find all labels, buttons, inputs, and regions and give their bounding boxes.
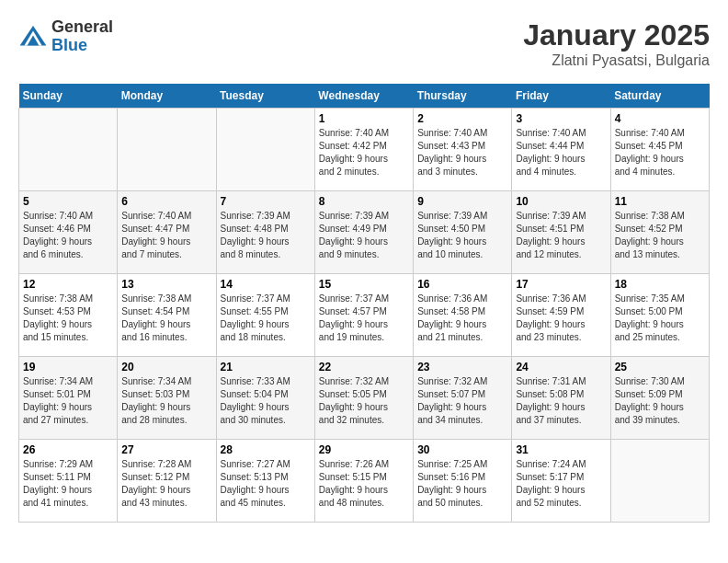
day-cell: 27Sunrise: 7:28 AM Sunset: 5:12 PM Dayli… (118, 440, 216, 523)
day-cell: 21Sunrise: 7:33 AM Sunset: 5:04 PM Dayli… (216, 357, 314, 440)
day-info: Sunrise: 7:36 AM Sunset: 4:58 PM Dayligh… (417, 293, 507, 344)
day-info: Sunrise: 7:39 AM Sunset: 4:51 PM Dayligh… (516, 210, 606, 261)
title-block: January 2025 Zlatni Pyasatsi, Bulgaria (523, 18, 710, 69)
day-cell: 9Sunrise: 7:39 AM Sunset: 4:50 PM Daylig… (414, 191, 512, 274)
day-cell: 23Sunrise: 7:32 AM Sunset: 5:07 PM Dayli… (414, 357, 512, 440)
logo-icon (18, 22, 48, 52)
day-number: 31 (516, 443, 606, 456)
day-number: 23 (417, 361, 507, 373)
day-number: 5 (23, 195, 113, 208)
day-cell: 1Sunrise: 7:40 AM Sunset: 4:42 PM Daylig… (314, 109, 413, 191)
day-number: 10 (516, 195, 606, 208)
day-cell: 15Sunrise: 7:37 AM Sunset: 4:57 PM Dayli… (314, 274, 413, 357)
day-number: 16 (417, 278, 507, 291)
day-number: 7 (221, 195, 311, 208)
logo-blue: Blue (51, 36, 87, 54)
day-info: Sunrise: 7:38 AM Sunset: 4:53 PM Dayligh… (23, 293, 113, 344)
day-number: 20 (121, 361, 211, 373)
day-info: Sunrise: 7:37 AM Sunset: 4:55 PM Dayligh… (221, 293, 311, 344)
day-info: Sunrise: 7:39 AM Sunset: 4:50 PM Dayligh… (417, 210, 507, 261)
day-cell: 8Sunrise: 7:39 AM Sunset: 4:49 PM Daylig… (314, 191, 413, 274)
day-info: Sunrise: 7:30 AM Sunset: 5:09 PM Dayligh… (615, 375, 705, 427)
day-info: Sunrise: 7:25 AM Sunset: 5:16 PM Dayligh… (417, 458, 507, 510)
day-number: 30 (417, 443, 507, 456)
day-cell: 26Sunrise: 7:29 AM Sunset: 5:11 PM Dayli… (19, 440, 118, 523)
day-cell: 2Sunrise: 7:40 AM Sunset: 4:43 PM Daylig… (414, 109, 512, 191)
day-number: 8 (319, 195, 409, 208)
day-info: Sunrise: 7:39 AM Sunset: 4:48 PM Dayligh… (221, 210, 311, 261)
day-number: 13 (121, 278, 211, 291)
day-cell: 7Sunrise: 7:39 AM Sunset: 4:48 PM Daylig… (216, 191, 314, 274)
weekday-header-saturday: Saturday (610, 84, 709, 109)
day-cell: 6Sunrise: 7:40 AM Sunset: 4:47 PM Daylig… (118, 191, 216, 274)
day-number: 15 (319, 278, 409, 291)
day-number: 11 (615, 195, 705, 208)
day-cell: 19Sunrise: 7:34 AM Sunset: 5:01 PM Dayli… (19, 357, 118, 440)
day-number: 1 (319, 112, 409, 125)
day-number: 25 (615, 361, 705, 373)
day-info: Sunrise: 7:36 AM Sunset: 4:59 PM Dayligh… (516, 293, 606, 344)
day-info: Sunrise: 7:32 AM Sunset: 5:05 PM Dayligh… (319, 375, 409, 427)
day-number: 18 (615, 278, 705, 291)
day-cell: 12Sunrise: 7:38 AM Sunset: 4:53 PM Dayli… (19, 274, 118, 357)
day-cell: 14Sunrise: 7:37 AM Sunset: 4:55 PM Dayli… (216, 274, 314, 357)
day-number: 29 (319, 443, 409, 456)
weekday-header-row: SundayMondayTuesdayWednesdayThursdayFrid… (19, 84, 710, 109)
logo-text: General Blue (51, 18, 113, 55)
day-number: 27 (121, 443, 211, 456)
day-cell: 3Sunrise: 7:40 AM Sunset: 4:44 PM Daylig… (512, 109, 610, 191)
day-number: 3 (516, 112, 606, 125)
day-cell: 10Sunrise: 7:39 AM Sunset: 4:51 PM Dayli… (512, 191, 610, 274)
day-info: Sunrise: 7:34 AM Sunset: 5:01 PM Dayligh… (23, 375, 113, 427)
week-row-5: 26Sunrise: 7:29 AM Sunset: 5:11 PM Dayli… (19, 440, 710, 523)
logo: General Blue (18, 18, 113, 55)
day-cell: 29Sunrise: 7:26 AM Sunset: 5:15 PM Dayli… (314, 440, 413, 523)
day-cell: 30Sunrise: 7:25 AM Sunset: 5:16 PM Dayli… (414, 440, 512, 523)
day-cell: 17Sunrise: 7:36 AM Sunset: 4:59 PM Dayli… (512, 274, 610, 357)
day-cell: 5Sunrise: 7:40 AM Sunset: 4:46 PM Daylig… (19, 191, 118, 274)
day-cell: 28Sunrise: 7:27 AM Sunset: 5:13 PM Dayli… (216, 440, 314, 523)
weekday-header-wednesday: Wednesday (314, 84, 413, 109)
day-info: Sunrise: 7:40 AM Sunset: 4:44 PM Dayligh… (516, 127, 606, 178)
week-row-4: 19Sunrise: 7:34 AM Sunset: 5:01 PM Dayli… (19, 357, 710, 440)
day-number: 6 (121, 195, 211, 208)
week-row-1: 1Sunrise: 7:40 AM Sunset: 4:42 PM Daylig… (19, 109, 710, 191)
month-title: January 2025 (523, 18, 710, 52)
weekday-header-thursday: Thursday (414, 84, 512, 109)
day-cell: 4Sunrise: 7:40 AM Sunset: 4:45 PM Daylig… (610, 109, 709, 191)
day-info: Sunrise: 7:33 AM Sunset: 5:04 PM Dayligh… (221, 375, 311, 427)
day-number: 28 (221, 443, 311, 456)
day-info: Sunrise: 7:29 AM Sunset: 5:11 PM Dayligh… (23, 458, 113, 510)
day-cell: 16Sunrise: 7:36 AM Sunset: 4:58 PM Dayli… (414, 274, 512, 357)
day-info: Sunrise: 7:40 AM Sunset: 4:43 PM Dayligh… (417, 127, 507, 178)
day-info: Sunrise: 7:39 AM Sunset: 4:49 PM Dayligh… (319, 210, 409, 261)
day-number: 9 (417, 195, 507, 208)
day-info: Sunrise: 7:32 AM Sunset: 5:07 PM Dayligh… (417, 375, 507, 427)
day-cell: 20Sunrise: 7:34 AM Sunset: 5:03 PM Dayli… (118, 357, 216, 440)
day-number: 19 (23, 361, 113, 373)
day-number: 17 (516, 278, 606, 291)
weekday-header-monday: Monday (118, 84, 216, 109)
day-cell: 11Sunrise: 7:38 AM Sunset: 4:52 PM Dayli… (610, 191, 709, 274)
day-info: Sunrise: 7:35 AM Sunset: 5:00 PM Dayligh… (615, 293, 705, 344)
page-header: General Blue January 2025 Zlatni Pyasats… (18, 18, 710, 69)
location: Zlatni Pyasatsi, Bulgaria (523, 52, 710, 69)
logo-general: General (51, 17, 113, 36)
day-info: Sunrise: 7:40 AM Sunset: 4:45 PM Dayligh… (615, 127, 705, 178)
day-info: Sunrise: 7:28 AM Sunset: 5:12 PM Dayligh… (121, 458, 211, 510)
day-number: 22 (319, 361, 409, 373)
day-cell (19, 109, 118, 191)
day-info: Sunrise: 7:40 AM Sunset: 4:42 PM Dayligh… (319, 127, 409, 178)
day-cell: 18Sunrise: 7:35 AM Sunset: 5:00 PM Dayli… (610, 274, 709, 357)
week-row-3: 12Sunrise: 7:38 AM Sunset: 4:53 PM Dayli… (19, 274, 710, 357)
day-info: Sunrise: 7:38 AM Sunset: 4:52 PM Dayligh… (615, 210, 705, 261)
day-info: Sunrise: 7:27 AM Sunset: 5:13 PM Dayligh… (221, 458, 311, 510)
day-cell (118, 109, 216, 191)
day-info: Sunrise: 7:26 AM Sunset: 5:15 PM Dayligh… (319, 458, 409, 510)
day-number: 2 (417, 112, 507, 125)
weekday-header-friday: Friday (512, 84, 610, 109)
day-info: Sunrise: 7:37 AM Sunset: 4:57 PM Dayligh… (319, 293, 409, 344)
weekday-header-sunday: Sunday (19, 84, 118, 109)
calendar: SundayMondayTuesdayWednesdayThursdayFrid… (18, 84, 710, 523)
week-row-2: 5Sunrise: 7:40 AM Sunset: 4:46 PM Daylig… (19, 191, 710, 274)
